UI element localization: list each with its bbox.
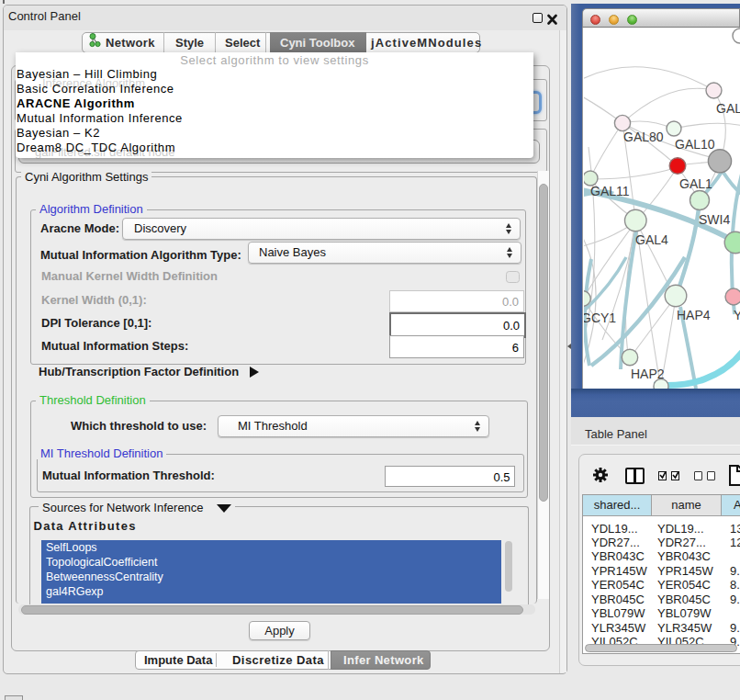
svg-text:GAL10: GAL10 bbox=[675, 137, 715, 152]
svg-text:GCY1: GCY1 bbox=[584, 310, 616, 325]
svg-text:GAL4: GAL4 bbox=[635, 232, 668, 247]
svg-text:HAP2: HAP2 bbox=[631, 367, 665, 381]
svg-text:GAL1: GAL1 bbox=[679, 176, 712, 191]
svg-text:Y: Y bbox=[734, 308, 740, 322]
svg-text:GAL7: GAL7 bbox=[716, 101, 740, 116]
svg-text:HAP4: HAP4 bbox=[677, 308, 711, 322]
svg-text:GAL11: GAL11 bbox=[590, 184, 630, 198]
svg-text:GAL80: GAL80 bbox=[623, 130, 664, 144]
svg-text:SWI4: SWI4 bbox=[699, 212, 730, 227]
